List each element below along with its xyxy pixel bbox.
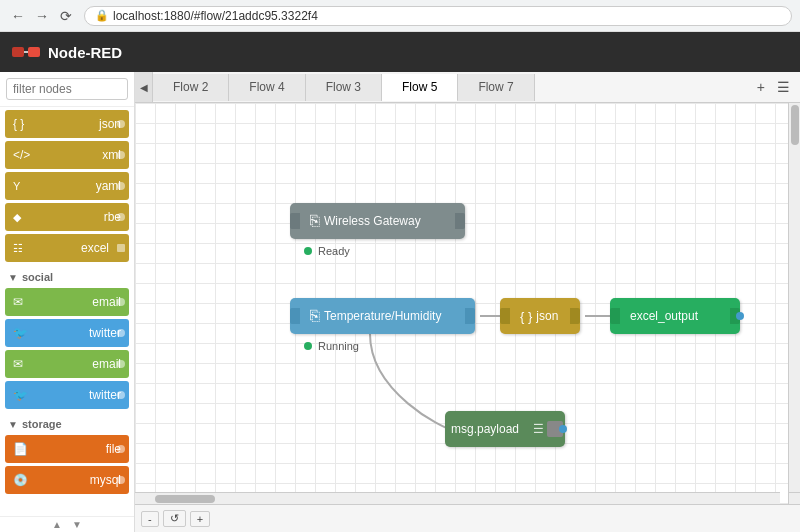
node-temp-humidity[interactable]: ⎘ Temperature/Humidity Running bbox=[290, 298, 475, 334]
sidebar-item-xml[interactable]: </> xml bbox=[5, 141, 129, 169]
nodered-logo-icon bbox=[12, 43, 40, 61]
sidebar-scroll-up[interactable]: ▲ bbox=[52, 519, 62, 530]
temp-humidity-status-text: Running bbox=[318, 340, 359, 352]
rbe-port bbox=[117, 213, 125, 221]
sidebar-item-twitter-out[interactable]: 🐦 twitter bbox=[5, 319, 129, 347]
node-msg-payload[interactable]: msg.payload ☰ bbox=[445, 411, 565, 447]
email-out-icon: ✉ bbox=[13, 295, 23, 309]
sidebar-scroll-down[interactable]: ▼ bbox=[72, 519, 82, 530]
flow-tabs: Flow 2 Flow 4 Flow 3 Flow 5 Flow 7 bbox=[153, 74, 747, 101]
refresh-button[interactable]: ⟳ bbox=[56, 6, 76, 26]
flow-tabs-container: ◀ Flow 2 Flow 4 Flow 3 Flow 5 Fl bbox=[135, 72, 800, 103]
excel-output-port-left bbox=[610, 308, 620, 324]
storage-section-text: storage bbox=[22, 418, 62, 430]
json-node-icon: { } bbox=[520, 309, 532, 324]
canvas[interactable]: ⎘ Wireless Gateway Ready ⎘ bbox=[135, 103, 800, 504]
msg-payload-right: ☰ bbox=[533, 421, 565, 437]
scrollbar-corner bbox=[788, 492, 800, 504]
mysql-icon: 💿 bbox=[13, 473, 28, 487]
wireless-gateway-text: Wireless Gateway bbox=[324, 214, 421, 228]
tabs-collapse-button[interactable]: ◀ bbox=[135, 72, 153, 102]
excel-port bbox=[117, 244, 125, 252]
sidebar-scroll-arrows: ▲ ▼ bbox=[0, 516, 134, 532]
scrollbar-thumb-h[interactable] bbox=[155, 495, 215, 503]
sidebar: { } json </> xml Y yaml ◆ rbe bbox=[0, 72, 135, 532]
node-wireless-gateway[interactable]: ⎘ Wireless Gateway Ready bbox=[290, 203, 465, 239]
zoom-reset-button[interactable]: ↺ bbox=[163, 510, 186, 527]
temp-humidity-status: Running bbox=[304, 340, 359, 352]
wireless-gateway-status: Ready bbox=[304, 245, 350, 257]
sidebar-item-excel[interactable]: ☷ excel bbox=[5, 234, 129, 262]
scrollbar-thumb-v[interactable] bbox=[791, 105, 799, 145]
topbar-logo: Node-RED bbox=[12, 43, 122, 61]
temp-humidity-status-dot bbox=[304, 342, 312, 350]
twitter-in-port bbox=[117, 391, 125, 399]
excel-output-port-dot bbox=[736, 312, 744, 320]
twitter-in-icon: 🐦 bbox=[13, 388, 28, 402]
json-node-text: json bbox=[536, 309, 558, 323]
tab-flow7[interactable]: Flow 7 bbox=[458, 74, 534, 101]
sidebar-item-yaml[interactable]: Y yaml bbox=[5, 172, 129, 200]
search-input[interactable] bbox=[6, 78, 128, 100]
main-area: { } json </> xml Y yaml ◆ rbe bbox=[0, 72, 800, 532]
sidebar-item-json[interactable]: { } json bbox=[5, 110, 129, 138]
twitter-out-port bbox=[117, 329, 125, 337]
add-tab-button[interactable]: + bbox=[753, 77, 769, 97]
forward-button[interactable]: → bbox=[32, 6, 52, 26]
zoom-out-button[interactable]: - bbox=[141, 511, 159, 527]
temp-wave-icon: ⎘ bbox=[310, 307, 320, 325]
excel-output-label: excel_output bbox=[624, 309, 726, 323]
sidebar-search-container bbox=[0, 72, 134, 107]
wireless-wave-icon: ⎘ bbox=[310, 212, 320, 230]
bottom-toolbar: - ↺ + bbox=[135, 504, 800, 532]
zoom-in-button[interactable]: + bbox=[190, 511, 210, 527]
sidebar-item-mysql[interactable]: 💿 mysql bbox=[5, 466, 129, 494]
node-json[interactable]: { } json bbox=[500, 298, 580, 334]
node-excel-output[interactable]: excel_output bbox=[610, 298, 740, 334]
msg-payload-port-right bbox=[547, 421, 563, 437]
sidebar-item-rbe[interactable]: ◆ rbe bbox=[5, 203, 129, 231]
canvas-container[interactable]: ⎘ Wireless Gateway Ready ⎘ bbox=[135, 103, 800, 504]
json-port bbox=[117, 120, 125, 128]
file-icon: 📄 bbox=[13, 442, 28, 456]
sidebar-item-file[interactable]: 📄 file bbox=[5, 435, 129, 463]
sidebar-item-email-out[interactable]: ✉ email bbox=[5, 288, 129, 316]
excel-output-port-right bbox=[730, 308, 740, 324]
tab-flow2[interactable]: Flow 2 bbox=[153, 74, 229, 101]
email-in-icon: ✉ bbox=[13, 357, 23, 371]
sidebar-nodes: { } json </> xml Y yaml ◆ rbe bbox=[0, 107, 134, 516]
section-storage-label[interactable]: ▼ storage bbox=[0, 412, 134, 432]
email-out-port bbox=[117, 298, 125, 306]
sidebar-item-twitter-in[interactable]: 🐦 twitter bbox=[5, 381, 129, 409]
tab-flow3[interactable]: Flow 3 bbox=[306, 74, 382, 101]
excel-icon: ☷ bbox=[13, 242, 23, 255]
url-text: localhost:1880/#flow/21addc95.3322f4 bbox=[113, 9, 318, 23]
wireless-gateway-status-dot bbox=[304, 247, 312, 255]
tab-menu-button[interactable]: ☰ bbox=[773, 77, 794, 97]
xml-port bbox=[117, 151, 125, 159]
rbe-icon: ◆ bbox=[13, 211, 21, 224]
mysql-port bbox=[117, 476, 125, 484]
social-caret-icon: ▼ bbox=[8, 272, 18, 283]
tab-flow5[interactable]: Flow 5 bbox=[382, 74, 458, 101]
yaml-port bbox=[117, 182, 125, 190]
canvas-scrollbar-h[interactable] bbox=[135, 492, 780, 504]
excel-label: excel bbox=[81, 241, 109, 255]
storage-caret-icon: ▼ bbox=[8, 419, 18, 430]
tab-flow5-label: Flow 5 bbox=[402, 80, 437, 94]
address-bar[interactable]: 🔒 localhost:1880/#flow/21addc95.3322f4 bbox=[84, 6, 792, 26]
tab-flow7-label: Flow 7 bbox=[478, 80, 513, 94]
app: Node-RED { } json </> xml bbox=[0, 32, 800, 532]
tab-flow4[interactable]: Flow 4 bbox=[229, 74, 305, 101]
list-icon: ☰ bbox=[533, 422, 544, 436]
section-social-label[interactable]: ▼ social bbox=[0, 265, 134, 285]
svg-rect-1 bbox=[28, 47, 40, 57]
canvas-scrollbar-v[interactable] bbox=[788, 103, 800, 492]
back-button[interactable]: ← bbox=[8, 6, 28, 26]
lock-icon: 🔒 bbox=[95, 9, 109, 22]
topbar: Node-RED bbox=[0, 32, 800, 72]
sidebar-item-email-in[interactable]: ✉ email bbox=[5, 350, 129, 378]
tab-flow3-label: Flow 3 bbox=[326, 80, 361, 94]
temp-humidity-label: ⎘ Temperature/Humidity bbox=[304, 307, 461, 325]
tab-flow4-label: Flow 4 bbox=[249, 80, 284, 94]
